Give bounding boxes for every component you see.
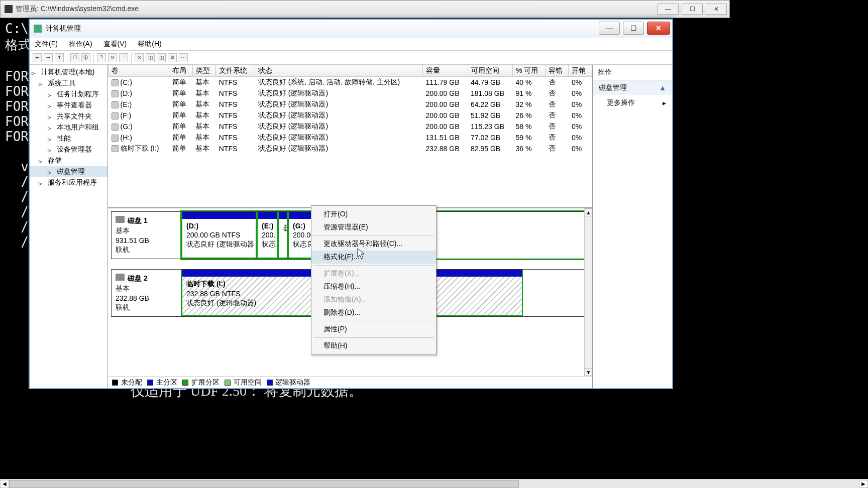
context-menu[interactable]: 打开(O)资源管理器(E)更改驱动器号和路径(C)...格式化(F)...扩展卷… [311,205,437,355]
partition[interactable]: (D:)200.00 GB NTFS状态良好 (逻辑驱动器 [181,212,257,259]
volume-row[interactable]: (D:)简单基本NTFS状态良好 (逻辑驱动器)200.00 GB181.08 … [108,88,592,99]
tree-icon: ▹ [48,168,55,175]
column-header[interactable]: 文件系统 [216,65,255,77]
ctx-item[interactable]: 资源管理器(E) [311,221,436,234]
volume-icon [112,124,119,131]
disk-2-size: 232.88 GB [116,294,177,302]
actions-title: 操作 [593,65,672,80]
cmd-close-button[interactable]: ✕ [706,4,727,15]
column-header[interactable]: 状态 [255,65,423,77]
help-icon[interactable]: ? [97,53,106,62]
scroll-thumb[interactable] [9,480,519,488]
cmd-max-button[interactable]: ☐ [682,4,703,15]
volume-icon [112,135,119,142]
props-icon[interactable]: 🛈 [81,53,90,62]
tree-item[interactable]: ▹系统工具 [30,78,107,89]
volume-row[interactable]: (C:)简单基本NTFS状态良好 (系统, 启动, 活动, 故障转储, 主分区)… [108,77,592,88]
show-icon[interactable]: ☐ [70,53,79,62]
column-header[interactable]: 容错 [546,65,569,77]
back-icon[interactable]: ⬅ [33,53,42,62]
scroll-down-icon[interactable]: ▼ [585,368,592,376]
main-hscrollbar[interactable]: ◀ ▶ [0,479,868,488]
scroll-right-icon[interactable]: ▶ [859,480,868,488]
column-header[interactable]: 开销 [569,65,592,77]
volume-icon [112,145,119,152]
cmd-min-button[interactable]: — [658,4,679,15]
tree-item[interactable]: ▹设备管理器 [30,144,107,155]
tree-item[interactable]: ▹存储 [30,155,107,166]
tree-item[interactable]: ▹共享文件夹 [30,111,107,122]
menu-item[interactable]: 操作(A) [67,39,94,50]
tree-item[interactable]: ▹事件查看器 [30,100,107,111]
partition[interactable]: (E:)200.状态 [257,212,278,259]
actions-more[interactable]: 更多操作 ▸ [593,95,672,110]
tree-item[interactable]: ▹磁盘管理 [30,166,107,177]
column-header[interactable]: 类型 [192,65,215,77]
column-header[interactable]: 可用空间 [468,65,512,77]
menu-item[interactable]: 文件(F) [33,39,60,50]
volume-icon [112,112,119,119]
vscrollbar[interactable]: ▲ ▼ [584,208,592,376]
mmc-max-button[interactable]: ☐ [623,22,644,35]
ctx-item: 扩展卷(X)... [311,267,436,280]
legend-item: 逻辑驱动器 [267,378,311,387]
volume-row[interactable]: (F:)简单基本NTFS状态良好 (逻辑驱动器)200.00 GB51.92 G… [108,110,592,121]
refresh-icon[interactable]: ⟳ [108,53,117,62]
volume-row[interactable]: 临时下载 (I:)简单基本NTFS状态良好 (逻辑驱动器)232.88 GB82… [108,143,592,154]
tree-item[interactable]: ▹本地用户和组 [30,122,107,133]
tree-item[interactable]: ▹性能 [30,133,107,144]
nav-tree[interactable]: ▹计算机管理(本地)▹系统工具▹任务计划程序▹事件查看器▹共享文件夹▹本地用户和… [30,65,108,388]
tree-icon: ▹ [48,124,55,131]
mmc-titlebar[interactable]: 计算机管理 — ☐ ✕ [30,20,672,38]
layout1-icon[interactable]: ◫ [146,53,155,62]
disk-2-label[interactable]: 磁盘 2 基本 232.88 GB 联机 [111,269,181,317]
disk-1-title: 磁盘 1 [128,216,148,224]
tree-item[interactable]: ▹服务和应用程序 [30,177,107,188]
tree-item[interactable]: ▹计算机管理(本地) [30,67,107,78]
ctx-item[interactable]: 帮助(H) [311,339,436,352]
column-header[interactable]: 卷 [108,65,169,77]
volume-row[interactable]: (E:)简单基本NTFS状态良好 (逻辑驱动器)200.00 GB64.22 G… [108,99,592,110]
settings-icon[interactable]: ⚙ [168,53,177,62]
legend-item: 主分区 [147,378,177,387]
ctx-item[interactable]: 打开(O) [311,208,436,221]
ctx-item[interactable]: 压缩卷(H)... [311,280,436,293]
ctx-item[interactable]: 更改驱动器号和路径(C)... [311,237,436,251]
disk-1-state: 联机 [116,246,177,255]
layout2-icon[interactable]: ◫ [157,53,166,62]
scroll-left-icon[interactable]: ◀ [0,480,9,488]
forward-icon[interactable]: ➡ [44,53,53,62]
column-header[interactable]: % 可用 [513,65,546,77]
tree-icon: ▹ [39,80,46,87]
volume-table[interactable]: 卷布局类型文件系统状态容量可用空间% 可用容错开销 (C:)简单基本NTFS状态… [108,65,592,154]
tree-item[interactable]: ▹任务计划程序 [30,89,107,100]
x-icon[interactable]: ✕ [135,53,144,62]
menu-item[interactable]: 查看(V) [101,39,129,50]
column-header[interactable]: 容量 [423,65,468,77]
disk-1-type: 基本 [116,226,177,235]
cmd-title: 管理员: C:\Windows\system32\cmd.exe [16,5,139,14]
more-icon[interactable]: ⋯ [179,53,188,62]
menu-item[interactable]: 帮助(H) [136,39,163,50]
ctx-item[interactable]: 格式化(F)... [311,251,436,264]
cursor-icon [357,248,366,260]
menubar: 文件(F)操作(A)查看(V)帮助(H) [30,38,672,51]
mmc-close-button[interactable]: ✕ [647,22,670,35]
disk-2-state: 联机 [116,303,177,312]
up-icon[interactable]: ⬆ [55,53,64,62]
scroll-up-icon[interactable]: ▲ [585,208,592,216]
volume-header-row[interactable]: 卷布局类型文件系统状态容量可用空间% 可用容错开销 [108,65,592,77]
volume-row[interactable]: (H:)简单基本NTFS状态良好 (逻辑驱动器)131.51 GB77.02 G… [108,132,592,143]
column-header[interactable]: 布局 [169,65,192,77]
ctx-item[interactable]: 删除卷(D)... [311,306,436,319]
cmd-titlebar[interactable]: 管理员: C:\Windows\system32\cmd.exe — ☐ ✕ [0,0,730,18]
mmc-min-button[interactable]: — [599,22,620,35]
disk-2-type: 基本 [116,284,177,293]
list-icon[interactable]: ≣ [119,53,128,62]
disk-1-label[interactable]: 磁盘 1 基本 931.51 GB 联机 [111,211,181,259]
actions-section[interactable]: 磁盘管理 ▲ [593,80,672,95]
ctx-item[interactable]: 属性(P) [311,323,436,336]
partition[interactable]: 器 [278,212,288,259]
volume-row[interactable]: (G:)简单基本NTFS状态良好 (逻辑驱动器)200.00 GB115.23 … [108,121,592,132]
computer-mgmt-window: 计算机管理 — ☐ ✕ 文件(F)操作(A)查看(V)帮助(H) ⬅➡⬆☐🛈?⟳… [29,19,673,389]
